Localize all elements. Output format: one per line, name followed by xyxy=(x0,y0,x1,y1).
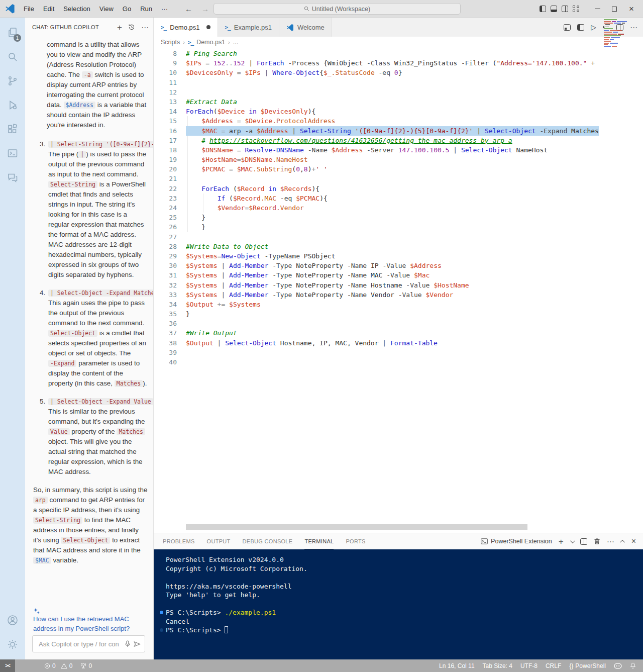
menu-edit[interactable]: Edit xyxy=(39,0,59,18)
encoding[interactable]: UTF-8 xyxy=(520,662,538,669)
modified-dot-icon[interactable] xyxy=(206,25,210,29)
code-line[interactable]: 21 xyxy=(154,174,599,183)
close-panel-icon[interactable]: × xyxy=(631,537,636,545)
code-line[interactable]: 13#Extract Data xyxy=(154,97,599,107)
extensions-icon[interactable] xyxy=(0,117,25,141)
code-line[interactable]: 25 } xyxy=(154,213,599,222)
menu-more[interactable]: ··· xyxy=(157,0,172,18)
terminal[interactable]: PowerShell Extension v2024.0.0Copyright … xyxy=(154,549,643,659)
terminal-activity-icon[interactable] xyxy=(0,141,25,165)
code-line[interactable]: 11 xyxy=(154,78,599,87)
customize-layout-icon[interactable] xyxy=(573,6,579,12)
menu-run[interactable]: Run xyxy=(136,0,157,18)
code-line[interactable]: 20 $PCMAC = $MAC.SubString(0,8)+' ' xyxy=(154,164,599,174)
horizontal-scrollbar[interactable] xyxy=(186,524,527,530)
code-line[interactable]: 34$Output += $Systems xyxy=(154,300,599,309)
copilot-status-icon[interactable] xyxy=(614,663,622,669)
breadcrumb-more[interactable]: ... xyxy=(233,39,238,46)
mic-icon[interactable] xyxy=(125,640,131,647)
toggle-primary-sidebar-icon[interactable] xyxy=(540,6,546,12)
search-icon[interactable] xyxy=(0,45,25,69)
language-mode[interactable]: {} PowerShell xyxy=(569,662,606,669)
terminal-profiles-chevron-icon[interactable] xyxy=(570,538,575,543)
send-icon[interactable] xyxy=(134,641,141,647)
run-and-debug-icon[interactable] xyxy=(0,93,25,117)
toggle-panel-icon[interactable] xyxy=(551,6,557,12)
explorer-icon[interactable]: 1 xyxy=(0,21,25,45)
code-line[interactable]: 14ForEach($Device in $DevicesOnly){ xyxy=(154,107,599,116)
chat-followup-suggestion[interactable]: How can I use the retrieved MAC address … xyxy=(33,608,149,633)
chat-more-actions-icon[interactable]: ⋯ xyxy=(141,24,149,31)
breadcrumb-file[interactable]: Demo.ps1 xyxy=(196,39,225,46)
minimap[interactable] xyxy=(604,19,632,48)
problems-indicator[interactable]: 0 0 xyxy=(44,662,72,669)
terminal-profile-label[interactable]: PowerShell Extension xyxy=(481,538,552,545)
code-line[interactable]: 30$Systems | Add-Member -Type NoteProper… xyxy=(154,261,599,270)
source-control-icon[interactable] xyxy=(0,69,25,93)
code-line[interactable]: 26 } xyxy=(154,222,599,232)
menu-view[interactable]: View xyxy=(95,0,118,18)
minimize-button[interactable] xyxy=(589,0,606,18)
new-terminal-icon[interactable]: + xyxy=(559,537,564,546)
tab-output[interactable]: OUTPUT xyxy=(207,534,231,549)
menu-go[interactable]: Go xyxy=(118,0,136,18)
ports-indicator[interactable]: 0 xyxy=(80,662,92,669)
remote-indicator[interactable]: >< xyxy=(0,659,15,672)
code-line[interactable]: 24 $Vendor=$Record.Vendor xyxy=(154,203,599,213)
code-line[interactable]: 15 $Address = $Device.ProtocolAddress xyxy=(154,116,599,126)
menu-selection[interactable]: Selection xyxy=(59,0,94,18)
tab-ports[interactable]: PORTS xyxy=(346,534,365,549)
code-line[interactable]: 12 xyxy=(154,87,599,97)
split-terminal-icon[interactable] xyxy=(580,538,587,545)
settings-gear-icon[interactable] xyxy=(0,632,25,656)
indentation[interactable]: Tab Size: 4 xyxy=(483,662,512,669)
cursor-position[interactable]: Ln 16, Col 11 xyxy=(439,662,475,669)
tab-terminal[interactable]: TERMINAL xyxy=(304,534,334,549)
kill-terminal-icon[interactable] xyxy=(594,538,600,545)
code-line[interactable]: 8# Ping Search xyxy=(154,49,599,58)
new-chat-icon[interactable]: + xyxy=(117,23,122,32)
tab-demo-ps1[interactable]: >_ Demo.ps1 xyxy=(154,18,218,37)
forward-arrow-icon[interactable]: → xyxy=(201,5,209,13)
code-line[interactable]: 40 xyxy=(154,357,599,367)
chat-history-icon[interactable] xyxy=(128,24,135,31)
code-line[interactable]: 28#Write Data to Object xyxy=(154,242,599,251)
code-line[interactable]: 19 $HostName=$DNSName.NameHost xyxy=(154,155,599,164)
code-line[interactable]: 35} xyxy=(154,309,599,319)
breadcrumb-folder[interactable]: Scripts xyxy=(161,39,180,46)
code-line[interactable]: 18 $DNSName = Resolve-DNSName -Name $Add… xyxy=(154,145,599,155)
code-line[interactable]: 23 If ($Record.MAC -eq $PCMAC){ xyxy=(154,194,599,203)
maximize-panel-icon[interactable] xyxy=(620,539,625,544)
toggle-secondary-sidebar-icon[interactable] xyxy=(562,6,568,12)
toggle-secondary-sidebar-icon[interactable] xyxy=(577,24,584,31)
code-line[interactable]: 32$Systems | Add-Member -Type NoteProper… xyxy=(154,280,599,290)
menu-file[interactable]: File xyxy=(19,0,39,18)
maximize-button[interactable] xyxy=(606,0,623,18)
tab-example-ps1[interactable]: >_ Example.ps1 xyxy=(218,18,279,37)
notifications-bell-icon[interactable] xyxy=(630,662,636,669)
code-line[interactable]: 9$IPs = 152..152 | ForEach -Process {Wmi… xyxy=(154,58,599,68)
code-line[interactable]: 33$Systems | Add-Member -Type NoteProper… xyxy=(154,290,599,300)
account-icon[interactable] xyxy=(0,608,25,632)
chat-input[interactable] xyxy=(38,640,122,648)
close-window-button[interactable]: × xyxy=(623,0,640,18)
code-line[interactable]: 36 xyxy=(154,319,599,328)
tab-welcome[interactable]: Welcome xyxy=(279,18,332,37)
code-editor[interactable]: 8# Ping Search9$IPs = 152..152 | ForEach… xyxy=(154,48,643,533)
code-line[interactable]: 27 xyxy=(154,232,599,242)
eol-sequence[interactable]: CRLF xyxy=(546,662,561,669)
open-editors-layout-icon[interactable] xyxy=(564,24,571,31)
code-line[interactable]: 39 xyxy=(154,348,599,357)
back-arrow-icon[interactable]: ← xyxy=(185,5,192,13)
code-line[interactable]: 17 # https://stackoverflow.com/questions… xyxy=(154,136,599,145)
code-line[interactable]: 38$Output | Select-Object Hostname, IP, … xyxy=(154,338,599,348)
code-line[interactable]: 10$DevicesOnly = $IPs | Where-Object{$_.… xyxy=(154,68,599,77)
chat-icon[interactable] xyxy=(0,165,25,189)
code-line[interactable]: 31$Systems | Add-Member -Type NoteProper… xyxy=(154,270,599,280)
command-center[interactable]: Untitled (Workspace) xyxy=(213,3,461,15)
code-line[interactable]: 29$Systems=New-Object -TypeName PSObject xyxy=(154,251,599,261)
tab-problems[interactable]: PROBLEMS xyxy=(163,534,195,549)
code-line[interactable]: 16 $MAC = arp -a $Address | Select-Strin… xyxy=(154,126,599,136)
code-line[interactable]: 22 ForEach ($Record in $Records){ xyxy=(154,184,599,194)
code-line[interactable]: 37#Write Output xyxy=(154,328,599,338)
